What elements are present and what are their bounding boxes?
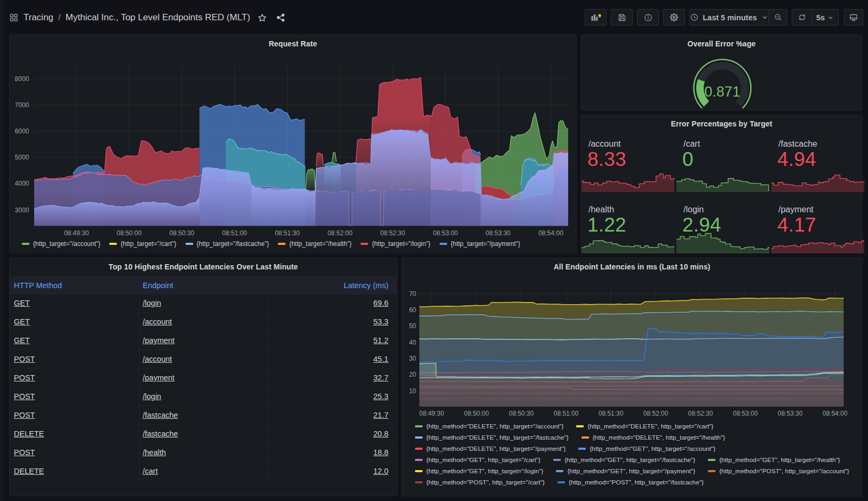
svg-text:40: 40 [409,339,417,346]
svg-text:08:54:00: 08:54:00 [823,410,848,417]
svg-text:08:53:00: 08:53:00 [433,229,458,237]
svg-text:08:49:30: 08:49:30 [64,229,89,237]
svg-text:08:53:30: 08:53:30 [485,229,511,237]
svg-text:08:50:30: 08:50:30 [170,229,195,237]
svg-text:08:51:30: 08:51:30 [599,410,624,417]
svg-text:20: 20 [409,371,417,378]
svg-text:5000: 5000 [15,154,29,161]
svg-text:50: 50 [409,322,417,330]
svg-text:08:52:30: 08:52:30 [688,410,713,417]
svg-text:8000: 8000 [15,75,29,83]
svg-text:70: 70 [409,290,417,298]
svg-text:08:51:00: 08:51:00 [222,229,247,237]
svg-text:08:50:00: 08:50:00 [117,229,142,237]
svg-text:3000: 3000 [15,206,29,214]
svg-text:08:52:00: 08:52:00 [328,229,353,237]
svg-text:08:51:00: 08:51:00 [554,410,579,417]
svg-text:6000: 6000 [15,128,29,135]
svg-text:7000: 7000 [15,101,29,109]
svg-text:08:52:30: 08:52:30 [380,229,405,237]
svg-text:0.871: 0.871 [704,84,740,100]
svg-text:30: 30 [409,355,417,362]
svg-text:08:53:30: 08:53:30 [778,410,803,417]
svg-text:08:53:00: 08:53:00 [733,410,758,417]
svg-text:08:51:30: 08:51:30 [275,229,300,237]
svg-text:10: 10 [409,387,417,395]
svg-text:08:50:30: 08:50:30 [509,410,534,417]
svg-text:08:54:00: 08:54:00 [538,229,563,237]
svg-text:08:49:30: 08:49:30 [419,410,444,417]
svg-text:08:50:00: 08:50:00 [464,410,489,417]
svg-text:4000: 4000 [15,180,29,187]
svg-text:60: 60 [409,306,417,314]
svg-text:08:52:00: 08:52:00 [643,410,668,417]
